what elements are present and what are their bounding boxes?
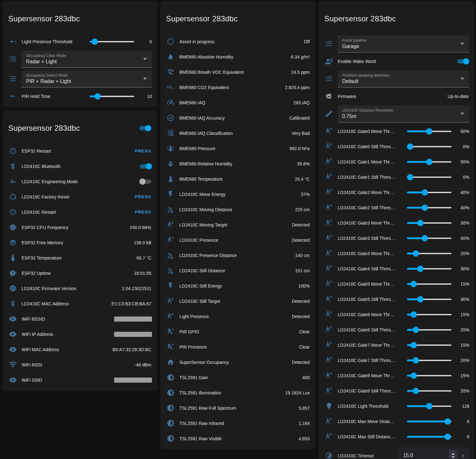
slider-thumb[interactable]: [94, 93, 101, 100]
slider[interactable]: [407, 204, 452, 211]
slider[interactable]: [407, 265, 452, 272]
slider-thumb[interactable]: [410, 281, 417, 287]
slider-thumb[interactable]: [407, 174, 413, 180]
stepper-control[interactable]: [449, 449, 458, 459]
slider-track: [407, 283, 452, 285]
slider[interactable]: [407, 174, 452, 181]
list-icon: [324, 75, 338, 83]
select-field[interactable]: LD2410C Distance Resolution0.75m: [338, 105, 469, 122]
entity-label: PIR GPIO: [179, 329, 299, 334]
redacted-value: [114, 378, 152, 383]
slider[interactable]: [407, 418, 452, 425]
timelapse-icon: [324, 452, 338, 459]
chevron-down-icon[interactable]: [452, 456, 455, 458]
slider[interactable]: [407, 433, 452, 440]
slider-thumb[interactable]: [410, 311, 417, 318]
slider[interactable]: [407, 357, 452, 364]
slider-thumb[interactable]: [445, 434, 451, 440]
slider[interactable]: [407, 403, 452, 410]
slider-thumb[interactable]: [413, 327, 419, 333]
entity-label: LD2410C Gate5 Move Thr…: [338, 282, 407, 287]
device-card: Supersensor 283dbcLight Presence Thresho…: [3, 1, 157, 107]
slider-value: 15%: [455, 282, 469, 287]
slider-thumb[interactable]: [410, 342, 417, 348]
waterpct-icon: [165, 160, 179, 168]
slider-thumb[interactable]: [413, 388, 419, 394]
column-middle: Supersensor 283dbcAssist in progressOffB…: [160, 1, 315, 459]
slider-thumb[interactable]: [426, 403, 432, 409]
motionoff-icon: [165, 328, 179, 336]
select-field[interactable]: Occupancy Clear ModeRadar + Light: [22, 51, 152, 68]
number-field[interactable]: 15.0s: [398, 447, 469, 459]
toggle-switch[interactable]: [457, 58, 469, 65]
entity-row: LD2410C Gate7 Move Thr…15%: [324, 337, 469, 353]
eye-icon: [8, 315, 22, 323]
entity-label: SuperSensor Occupancy: [179, 360, 292, 365]
ruler-icon: [324, 110, 338, 118]
slider-thumb[interactable]: [422, 189, 428, 196]
slider[interactable]: [90, 93, 134, 100]
slider[interactable]: [407, 281, 452, 288]
slider[interactable]: [407, 296, 452, 303]
select-field[interactable]: Assist pipelineGarage: [338, 35, 469, 52]
entity-row: WiFi RSSI-48 dBm: [8, 357, 152, 372]
slider-thumb[interactable]: [422, 205, 428, 211]
slider-thumb[interactable]: [417, 296, 424, 303]
svg-text:2: 2: [172, 87, 173, 90]
slider[interactable]: [407, 143, 452, 150]
slider[interactable]: [407, 250, 452, 257]
slider-thumb[interactable]: [445, 418, 451, 425]
slider-thumb[interactable]: [413, 250, 419, 257]
slider[interactable]: [407, 189, 452, 196]
slider-value: 30%: [455, 220, 469, 226]
entity-value: 16:01:05: [134, 271, 152, 276]
entity-value: Up-to-date: [448, 94, 469, 99]
press-button[interactable]: PRESS: [133, 194, 152, 199]
slider-thumb[interactable]: [92, 38, 98, 45]
entity-label: ESP32 Restart: [22, 149, 133, 154]
toggle-switch[interactable]: [139, 178, 152, 185]
slider-thumb[interactable]: [407, 143, 413, 150]
press-button[interactable]: PRESS: [133, 148, 152, 154]
slider-track: [407, 390, 452, 392]
entity-row: LD2410C Light Threshold128: [324, 399, 469, 414]
press-button[interactable]: PRESS: [133, 209, 152, 215]
slider-thumb[interactable]: [422, 235, 428, 241]
slider-thumb[interactable]: [426, 128, 432, 135]
entity-label: PIR Hold Time: [22, 94, 90, 99]
slider-thumb[interactable]: [413, 357, 419, 364]
slider-track: [407, 375, 452, 376]
slider-thumb[interactable]: [426, 159, 432, 165]
slider-thumb[interactable]: [417, 220, 424, 226]
slider-value: 8: [455, 419, 469, 424]
slider[interactable]: [407, 372, 452, 379]
toggle-switch[interactable]: [139, 125, 151, 131]
slider-track: [407, 177, 452, 178]
slider-track: [407, 268, 452, 269]
slider-thumb[interactable]: [417, 266, 424, 272]
slider[interactable]: [407, 158, 452, 165]
slider[interactable]: [407, 326, 452, 333]
motion-icon: [165, 236, 179, 244]
slider[interactable]: [90, 38, 134, 45]
entity-label: LD2410C Gate2 Still Thres…: [338, 205, 407, 210]
slider[interactable]: [407, 311, 452, 318]
slider[interactable]: [407, 387, 452, 394]
slider[interactable]: [407, 235, 452, 242]
select-label: Finished speaking detection: [342, 73, 465, 78]
entity-value: 2.04.23022511: [122, 286, 152, 291]
motion-icon: [324, 372, 338, 379]
slider[interactable]: [407, 219, 452, 226]
entity-label: WiFi IP Address: [22, 332, 114, 337]
slider[interactable]: [407, 128, 452, 135]
entity-label: LD2410C Gate7 Move Thr…: [338, 343, 407, 348]
slider-thumb[interactable]: [410, 372, 417, 379]
select-field[interactable]: Finished speaking detectionDefault: [338, 70, 469, 87]
wifi-icon: [8, 361, 22, 369]
toggle-switch[interactable]: [139, 163, 152, 170]
slider[interactable]: [407, 342, 452, 349]
select-field[interactable]: Occupancy Detect ModePIR + Radar + Light: [22, 70, 152, 87]
entity-row: FirmwareUp-to-date: [324, 89, 469, 104]
chevron-up-icon[interactable]: [452, 453, 455, 455]
entity-label: LD2410C Gate1 Still Thres…: [338, 175, 407, 180]
